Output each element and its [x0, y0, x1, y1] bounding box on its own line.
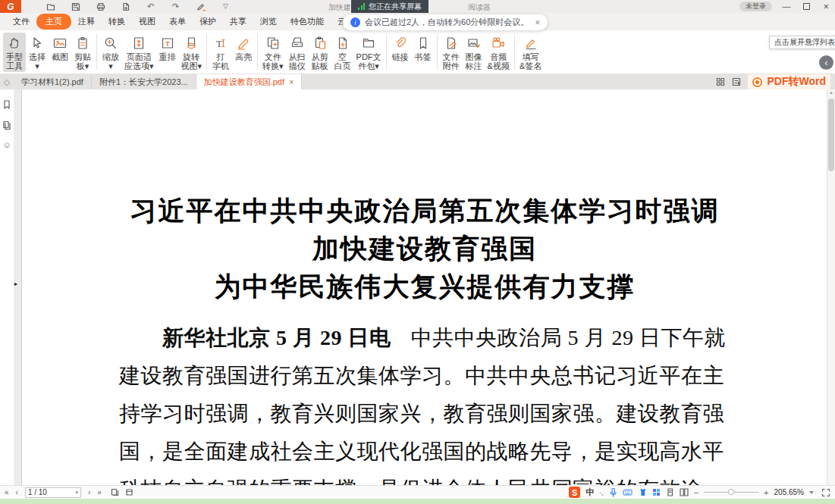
tool-link[interactable]: 链接	[389, 33, 412, 63]
ime-toolbox-icon[interactable]	[652, 488, 661, 496]
fullscreen-icon[interactable]	[821, 488, 830, 497]
tool-bookmark[interactable]: 书签	[412, 33, 435, 63]
tool-screenshot[interactable]: 截图	[49, 33, 71, 63]
zoom-percentage[interactable]: 205.65%	[774, 488, 804, 496]
tool-blank-page[interactable]: 空 白页	[331, 33, 354, 72]
page-number-box[interactable]: ▾	[25, 487, 81, 498]
ime-language-toggle[interactable]: 中	[585, 487, 594, 498]
tool-select[interactable]: 选择 ▾	[26, 33, 49, 72]
fill-sign-icon	[523, 35, 538, 52]
link-icon	[393, 35, 408, 52]
first-page-button[interactable]: «	[5, 488, 9, 496]
page-number-input[interactable]	[28, 488, 75, 496]
menu-file[interactable]: 文件	[6, 14, 36, 30]
tab-home-icon[interactable]: ◇	[0, 74, 14, 89]
tool-page-fit[interactable]: 页面适 应选项▾	[122, 33, 156, 72]
minimize-button[interactable]: —	[782, 2, 790, 11]
thumbnails-panel-icon[interactable]	[2, 121, 11, 130]
tab-close-icon[interactable]: ×	[289, 77, 294, 86]
redo-icon[interactable]: ↷	[171, 2, 180, 11]
floating-list-collapse-button[interactable]: ‹	[819, 55, 833, 70]
title-line-2: 加快建设教育强国	[23, 230, 827, 268]
wps-logo-icon[interactable]: G	[0, 0, 21, 13]
save-icon[interactable]	[71, 2, 80, 11]
close-button[interactable]: ×	[823, 2, 829, 11]
tool-clipboard[interactable]: 剪贴 板▾	[71, 33, 94, 72]
menu-browse[interactable]: 浏览	[253, 14, 284, 30]
tool-image-annotation[interactable]: 图像 标注	[463, 33, 485, 72]
pdf-page: 习近平在中共中央政治局第五次集体学习时强调 加快建设教育强国 为中华民族伟大复兴…	[23, 89, 827, 485]
double-page-view-icon[interactable]	[680, 488, 689, 496]
doc-tab-3-active[interactable]: 加快建设教育强国.pdf ×	[196, 74, 303, 89]
menu-protect[interactable]: 保护	[193, 14, 223, 30]
meeting-notification: i 会议已超过2人，自动转为60分钟限时会议。 ×	[343, 14, 548, 30]
doc-tab-2[interactable]: 附件1：长安大学2023...	[92, 74, 196, 89]
zoom-in-button[interactable]: +	[764, 488, 768, 497]
tool-fill-sign[interactable]: 填写 &签名	[517, 33, 544, 72]
maximize-button[interactable]	[803, 3, 810, 10]
last-page-button[interactable]: »	[97, 488, 102, 496]
zoom-dropdown-icon[interactable]	[809, 491, 814, 494]
menu-view[interactable]: 视图	[132, 14, 162, 30]
ime-keyboard-icon[interactable]	[623, 488, 633, 496]
tabbar-right-cluster: PDF转Word	[716, 74, 832, 89]
menu-share[interactable]: 共享	[223, 14, 253, 30]
vertical-scrollbar[interactable]: ▲	[827, 89, 835, 485]
ime-mic-icon[interactable]	[609, 488, 617, 497]
meeting-bottom-strip	[0, 499, 835, 504]
ime-skin-icon[interactable]	[638, 488, 647, 496]
tab-grid-icon[interactable]	[716, 77, 725, 86]
rotate-view-icon	[184, 35, 199, 52]
next-page-button[interactable]: ›	[88, 488, 90, 496]
notification-close-icon[interactable]: ×	[535, 17, 540, 28]
menu-annotate[interactable]: 注释	[71, 14, 102, 30]
tool-typewriter[interactable]: T 打 字机	[209, 33, 232, 72]
doc-tab-1[interactable]: 学习材料1(2).pdf	[14, 74, 92, 89]
single-page-view-icon[interactable]	[666, 488, 674, 496]
print-icon[interactable]	[96, 2, 105, 11]
tool-hand[interactable]: 手型 工具	[3, 33, 26, 72]
tool-highlight[interactable]: 高亮	[232, 33, 255, 63]
pdf-to-word-button[interactable]: PDF转Word	[748, 74, 830, 89]
zoom-out-button[interactable]: −	[694, 488, 698, 497]
annotate-pen-icon[interactable]	[196, 2, 206, 11]
zoom-slider[interactable]	[704, 492, 758, 493]
tool-file-attachment[interactable]: 文件 附件	[440, 33, 463, 72]
menu-home[interactable]: 主页	[36, 14, 71, 30]
tool-from-scanner[interactable]: 从扫 描仪	[286, 33, 309, 72]
image-annotation-icon	[466, 35, 482, 52]
sogou-ime-icon[interactable]: S	[569, 487, 580, 498]
open-file-icon[interactable]	[46, 2, 55, 11]
page-dropdown-icon[interactable]: ▾	[75, 490, 78, 496]
scrollbar-thumb[interactable]	[828, 99, 834, 171]
menu-features[interactable]: 特色功能	[284, 14, 331, 30]
ribbon-collapse-icon[interactable]: ▽	[221, 2, 231, 11]
menu-convert[interactable]: 转换	[102, 14, 132, 30]
tool-file-convert[interactable]: 文件 转换▾	[260, 33, 286, 72]
tool-audio-video[interactable]: 音频 &视频	[485, 33, 512, 72]
tool-pdf-package[interactable]: PDF文 件包▾	[354, 33, 384, 72]
undo-icon[interactable]: ↶	[146, 2, 155, 11]
document-tabbar: ◇ 学习材料1(2).pdf 附件1：长安大学2023... 加快建设教育强国.…	[0, 74, 835, 89]
scroll-up-icon[interactable]: ▲	[827, 90, 835, 95]
tab-switch-icon[interactable]	[732, 77, 741, 86]
export-icon[interactable]	[121, 2, 130, 11]
title-line-1: 习近平在中共中央政治局第五次集体学习时强调	[23, 193, 827, 230]
ime-punctuation-toggle[interactable]: ·,	[599, 489, 604, 496]
tool-reflow[interactable]: T 重排	[156, 33, 179, 63]
bookmarks-panel-icon[interactable]	[2, 100, 11, 109]
snapshot-page-icon[interactable]	[125, 488, 133, 496]
prev-page-button[interactable]: ‹	[16, 488, 18, 496]
zoom-slider-knob[interactable]	[728, 489, 734, 495]
tool-from-clipboard[interactable]: 从剪 贴板	[309, 33, 331, 72]
menu-form[interactable]: 表单	[162, 14, 193, 30]
comments-panel-icon[interactable]: ☺	[2, 141, 11, 149]
pdf-to-word-label: PDF转Word	[767, 75, 826, 89]
sidebar-expand-arrow-icon[interactable]: ▸	[14, 280, 17, 287]
tool-zoom[interactable]: 缩放 ▾	[99, 33, 122, 72]
copy-page-icon[interactable]	[111, 488, 119, 496]
user-login-pill[interactable]: 未登录	[739, 2, 772, 11]
tool-rotate-view[interactable]: 旋转 视图▾	[179, 33, 205, 72]
cursor-icon	[30, 35, 45, 52]
collapsed-sidebar-panel[interactable]	[14, 89, 22, 485]
